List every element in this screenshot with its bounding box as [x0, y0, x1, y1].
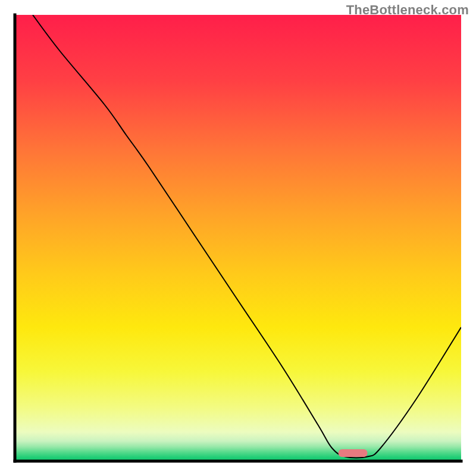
watermark-text: TheBottleneck.com: [346, 2, 469, 18]
chart-background-gradient: [15, 15, 461, 461]
bottleneck-chart: TheBottleneck.com: [0, 0, 476, 476]
chart-svg: [0, 0, 476, 476]
optimal-range-marker: [339, 449, 368, 457]
